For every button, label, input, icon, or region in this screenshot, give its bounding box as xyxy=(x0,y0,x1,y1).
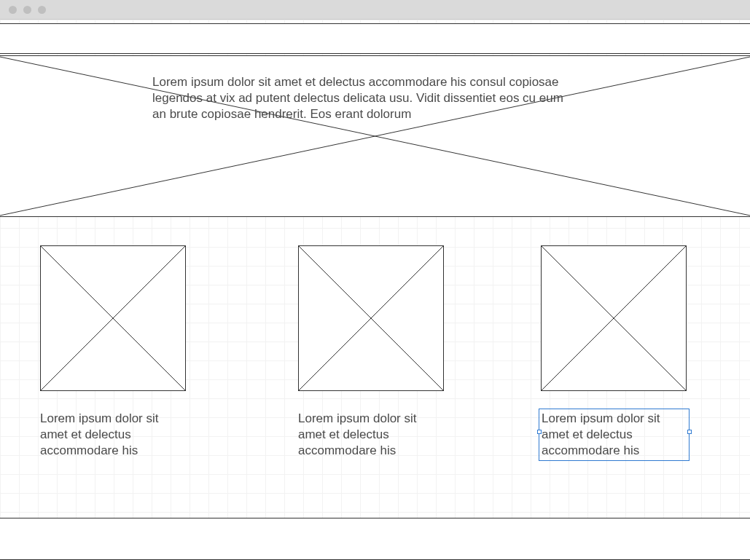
zoom-icon[interactable] xyxy=(38,6,46,14)
close-icon[interactable] xyxy=(9,6,17,14)
header-bar[interactable] xyxy=(0,23,750,54)
selection-handle-right[interactable] xyxy=(687,430,692,434)
card-caption-2[interactable]: Lorem ipsum dolor sit amet et delectus a… xyxy=(298,411,448,459)
card-caption-1[interactable]: Lorem ipsum dolor sit amet et delectus a… xyxy=(40,411,190,459)
selection-handle-left[interactable] xyxy=(537,430,542,434)
card-image-3[interactable] xyxy=(541,245,687,391)
card-caption-3[interactable]: Lorem ipsum dolor sit amet et delectus a… xyxy=(539,409,689,460)
card-image-2[interactable] xyxy=(298,245,444,391)
card-image-1[interactable] xyxy=(40,245,186,391)
minimize-icon[interactable] xyxy=(23,6,31,14)
footer-bar[interactable] xyxy=(0,518,750,560)
window-chrome xyxy=(0,0,750,20)
wireframe-canvas[interactable]: Lorem ipsum dolor sit amet et delectus a… xyxy=(0,20,750,560)
hero-text[interactable]: Lorem ipsum dolor sit amet et delectus a… xyxy=(152,74,575,122)
traffic-lights xyxy=(9,6,46,14)
